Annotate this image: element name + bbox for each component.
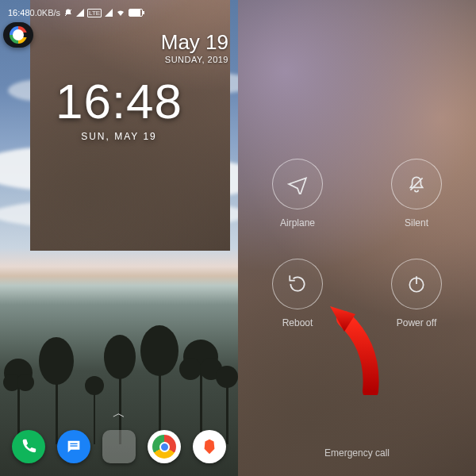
airplane-icon [272, 159, 323, 209]
messages-app[interactable] [57, 430, 90, 463]
svg-point-1 [4, 359, 33, 387]
svg-point-9 [104, 335, 136, 379]
clock-time: 16:48 [0, 73, 238, 129]
silent-icon [391, 159, 442, 209]
svg-point-11 [140, 325, 178, 376]
power-menu: Airplane Silent Reboot Power off [238, 0, 476, 476]
clock-widget[interactable]: 16:48 SUN, MAY 19 [0, 73, 238, 142]
power-icon [391, 259, 442, 309]
date-line-1: May 19 [161, 30, 228, 55]
status-time: 16:48 [8, 8, 30, 17]
status-net-rate: 0.0KB/s [30, 8, 61, 17]
silent-option[interactable]: Silent [391, 159, 442, 228]
svg-point-7 [85, 376, 104, 395]
dock [0, 430, 238, 463]
date-widget[interactable]: May 19 SUNDAY, 2019 [161, 30, 228, 64]
svg-point-17 [216, 366, 238, 388]
phone-icon [20, 438, 37, 455]
app-drawer-handle[interactable]: ︿ [113, 405, 125, 422]
reboot-option[interactable]: Reboot [272, 259, 323, 328]
phone-app[interactable] [12, 430, 45, 463]
home-screen: 16:48 0.0KB/s LTE May 19 SUNDAY, 2019 16… [0, 0, 238, 476]
airplane-option[interactable]: Airplane [272, 159, 323, 228]
google-search-pill[interactable] [3, 22, 33, 48]
messages-icon [65, 438, 83, 455]
google-folder[interactable] [102, 430, 136, 463]
signal-2-icon [105, 9, 113, 17]
brave-app[interactable] [193, 430, 226, 463]
svg-point-3 [17, 374, 34, 391]
silent-label: Silent [405, 217, 428, 228]
lte-icon: LTE [87, 9, 102, 17]
dnd-icon [63, 8, 73, 17]
power-menu-grid: Airplane Silent Reboot Power off [238, 159, 476, 328]
date-line-2: SUNDAY, 2019 [161, 55, 228, 64]
svg-point-2 [3, 374, 21, 391]
google-logo-icon [10, 26, 27, 44]
status-bar: 16:48 0.0KB/s LTE [0, 5, 238, 21]
emergency-call[interactable]: Emergency call [238, 447, 476, 459]
svg-point-15 [200, 358, 222, 380]
signal-icon [76, 9, 84, 17]
reboot-label: Reboot [282, 317, 313, 328]
reboot-icon [272, 259, 323, 309]
wifi-icon [116, 8, 125, 17]
battery-icon [129, 9, 143, 17]
chrome-app[interactable] [148, 430, 181, 463]
chrome-icon [152, 435, 176, 459]
poweroff-option[interactable]: Power off [391, 259, 442, 328]
svg-point-5 [39, 337, 74, 385]
tree-silhouettes [0, 325, 238, 444]
airplane-label: Airplane [280, 217, 315, 228]
svg-point-13 [183, 340, 218, 374]
brave-icon [201, 438, 218, 455]
poweroff-label: Power off [397, 317, 436, 328]
svg-point-14 [179, 358, 202, 380]
clock-date: SUN, MAY 19 [0, 131, 238, 142]
